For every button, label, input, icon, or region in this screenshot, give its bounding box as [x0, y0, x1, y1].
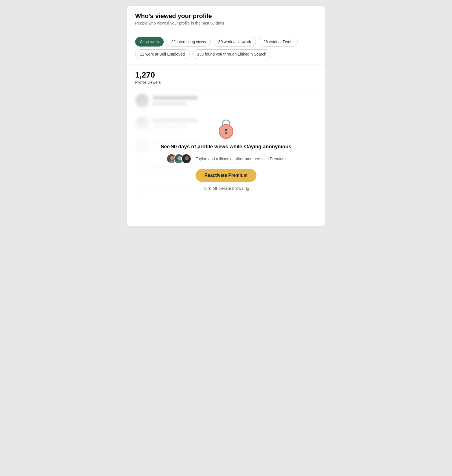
filter-chip-fiverr[interactable]: 26 work at Fiverr [259, 37, 298, 47]
filter-chip-self-employed[interactable]: 12 work at Self Employed [135, 49, 190, 59]
page-subtitle: People who viewed your profile in the pa… [135, 21, 317, 25]
keyhole-stem [225, 132, 227, 134]
viewers-overlay-container: See 90 days of profile views while stayi… [127, 89, 325, 226]
filters-section: All viewers22 interesting views30 work a… [127, 31, 325, 65]
lock-icon [219, 120, 233, 139]
overlay-users-text: Taylor. and millions of other members us… [196, 157, 286, 161]
svg-point-5 [183, 160, 190, 164]
reactivate-premium-button[interactable]: Reactivate Premium [196, 169, 257, 182]
svg-point-0 [170, 156, 174, 160]
page-title: Who's viewed your profile [135, 12, 317, 20]
mini-avatars-group [166, 154, 188, 164]
lock-body [219, 124, 233, 139]
private-browsing-link[interactable]: Turn off private browsing [203, 186, 249, 191]
overlay-title: See 90 days of profile views while stayi… [161, 144, 291, 150]
premium-lock-overlay: See 90 days of profile views while stayi… [127, 89, 325, 226]
filter-chips-row: All viewers22 interesting views30 work a… [135, 37, 317, 59]
viewer-count-label: Profile viewers [135, 80, 317, 85]
svg-point-4 [185, 156, 189, 160]
keyhole-circle [225, 129, 227, 131]
card-header: Who's viewed your profile People who vie… [127, 6, 325, 31]
profile-viewers-card: Who's viewed your profile People who vie… [127, 6, 325, 226]
svg-point-2 [177, 156, 181, 160]
viewer-count: 1,270 [135, 70, 317, 80]
lock-shackle [222, 120, 230, 125]
filter-chip-upwork[interactable]: 30 work at Upwork [214, 37, 256, 47]
filter-chip-all-viewers[interactable]: All viewers [135, 37, 164, 47]
stats-section: 1,270 Profile viewers [127, 65, 325, 89]
overlay-users-row: Taylor. and millions of other members us… [166, 154, 286, 164]
mini-avatar-3 [181, 154, 191, 164]
filter-chip-linkedin-search[interactable]: 133 found you through LinkedIn Search [192, 49, 271, 59]
lock-keyhole [224, 129, 228, 134]
filter-chip-interesting-views[interactable]: 22 interesting views [166, 37, 211, 47]
